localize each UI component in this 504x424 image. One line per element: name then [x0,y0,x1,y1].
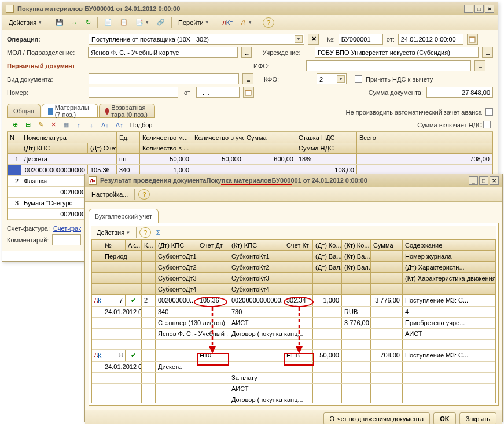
kfo-label: КФО: [264,76,313,83]
nds-incl-label: Сумма включает НДС [417,121,482,128]
schetf-link[interactable]: Счет-фак [53,225,81,232]
edit-icon[interactable]: ✎ [35,119,46,131]
add2-icon[interactable]: ⊞ [22,119,34,131]
col-kps: (Дт) КПС [21,143,88,153]
res-help-icon[interactable]: ? [138,189,150,200]
res-help2-icon[interactable]: ? [139,227,151,238]
operation-select[interactable]: Поступление от поставщика (10Х - 302)▼ [89,34,304,45]
help-icon[interactable]: ? [263,17,274,28]
date-input[interactable] [398,34,463,45]
close-button-2[interactable]: Закрыть [459,412,496,425]
res-minimize-button[interactable]: _ [469,176,478,185]
num-label: №: [326,36,335,43]
save-icon[interactable]: 💾 [53,17,67,28]
goto-menu[interactable]: Перейти▼ [175,17,212,28]
ok-button[interactable]: OK [433,412,456,425]
tab-general[interactable]: Общая [7,104,41,117]
mol-dots[interactable]: ... [241,47,252,58]
res-close-button[interactable]: ✕ [490,176,499,185]
sum-label: Сумма документа: [369,89,423,96]
calendar-icon[interactable] [467,34,478,45]
res-title-doc: Покупка материалов [206,177,271,184]
svg-rect-3 [245,90,251,91]
nds-checkbox[interactable] [355,75,362,83]
nds-incl-checkbox[interactable] [483,121,491,128]
res-sum-icon[interactable]: Σ [152,227,164,238]
main-toolbar: Действия▼ 💾 ↔ ↻ 📄 📋 📑▼ 🔗 Перейти▼ ДКт 🖨▼… [2,15,498,30]
go-icon[interactable]: ↔ [68,17,80,28]
kfo-select[interactable]: 2▼ [317,73,347,84]
res-maximize-button[interactable]: □ [479,176,488,185]
actions-menu[interactable]: Действия▼ [6,17,45,28]
date2-input[interactable] [196,87,240,98]
vid-select[interactable] [89,73,239,84]
copy-icon[interactable]: 📄 [101,17,115,28]
inst-label: Учреждение: [262,49,311,56]
grid-icon[interactable]: ▦ [60,119,72,131]
minimize-button[interactable]: _ [464,5,473,13]
doc-icon-2[interactable]: 📋 [117,17,131,28]
mol-select[interactable]: Яснов Ф. С. - Учебный корпус [88,47,237,58]
table-row[interactable]: АИСТ [92,384,495,394]
table-row[interactable]: Стэпплер (130 листов) АИСТ 3 776,00 Прио… [92,318,495,329]
accounting-grid[interactable]: № Ак... К... (Дт) КПС Счет Дт (Кт) КПС С… [91,239,496,403]
schetf-label: Счет-фактура: [7,225,50,232]
ot2-label: от [184,89,190,96]
col-kolu2: Количество в ... [140,143,192,153]
table-row[interactable]: За плату [92,373,495,384]
ifo-dots[interactable]: ... [474,60,485,71]
table-row[interactable] [92,340,495,350]
table-row[interactable]: 1 Дискета шт 50,000 50,000 600,00 18% 70… [8,154,492,165]
sort-asc-icon[interactable]: A↓ [98,119,112,131]
print-icon[interactable]: 🖨▼ [237,17,255,28]
main-titlebar: Покупка материалов БУ000001 от 24.01.201… [2,2,498,15]
sum-input[interactable] [426,87,493,98]
nds-check-label: Принять НДС к вычету [366,76,433,83]
maximize-button[interactable]: □ [474,5,484,13]
avans-label: Не производить автоматический зачет аван… [345,109,482,116]
table-row[interactable]: 24.01.2012 0:00:00 Дискета [92,362,495,373]
tab-accounting[interactable]: Бухгалтерский учет [89,209,159,223]
res-title-post: БУ000001 от 24.01.2012 0:00:00 [272,177,367,184]
dk-button[interactable]: ДКт [220,17,236,28]
vid-label: Вид документа: [7,76,85,83]
primary-doc-label: Первичный документ [7,62,250,69]
operation-clear[interactable]: ✕ [308,34,319,45]
operation-label: Операция: [7,36,85,43]
delete-icon[interactable]: ✕ [47,119,59,131]
table-row[interactable]: 24.01.2012 0:00:00 340 730 RUB 4 [92,307,495,318]
table-row[interactable]: Яснов Ф. С. - Учебный ... Договор (покуп… [92,329,495,340]
report-button[interactable]: Отчет по движениям документа [323,412,431,425]
table-row[interactable]: Договор (покупка канц... [92,394,495,403]
vid-dots[interactable]: ... [242,73,253,84]
inst-dots[interactable]: ... [482,47,493,58]
avans-checkbox[interactable] [485,108,493,116]
table-row[interactable]: ДКт 7 ✔ 2 002000000... 105.36 0020000000… [92,295,495,307]
up-icon[interactable]: ↑ [73,119,84,131]
nomer-input[interactable] [89,87,178,98]
tab-materials[interactable]: Материалы (7 поз.) [42,104,98,117]
settings-button[interactable]: Настройка... [89,189,131,200]
inst-select[interactable]: ГОБУ ВПО Университет искусств (Субсидия) [315,47,479,58]
refresh-icon[interactable]: ↻ [82,17,94,28]
res-actions-menu[interactable]: Действия▼ [94,227,133,238]
close-button[interactable]: ✕ [485,5,494,13]
col-schet: (Дт) Счет [88,143,117,153]
num-input[interactable] [339,34,383,45]
dk-icon: Дк [89,176,97,185]
podbor-button[interactable]: Подбор [127,119,156,131]
ot-label: от: [387,36,395,43]
down-icon[interactable]: ↓ [86,119,97,131]
ifo-select[interactable] [306,60,471,71]
add-icon[interactable]: ⊕ [9,119,21,131]
tab-tara[interactable]: Возвратная тара (0 поз.) [99,104,155,117]
struct-icon[interactable]: 🔗 [154,17,168,28]
sort-desc-icon[interactable]: A↑ [113,119,126,131]
table-row[interactable]: ДКт 8 ✔ Н10 НПВ 50,000 708,00 Поступлени… [92,350,495,362]
basedon-icon[interactable]: 📑▼ [133,17,152,28]
mol-label: МОЛ / Подразделение: [7,49,84,56]
col-sumnds: Сумма НДС [296,143,357,153]
komm-input[interactable] [52,234,81,245]
res-title-pre: Результат проведения документа [100,177,206,184]
calendar2-icon[interactable] [243,87,254,98]
